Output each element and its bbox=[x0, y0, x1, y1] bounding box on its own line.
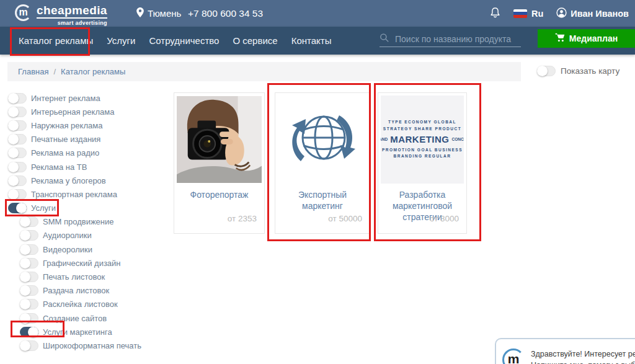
filter-label: Транспортная реклама bbox=[31, 190, 117, 199]
product-title: Фоторепортаж bbox=[177, 189, 262, 200]
filter-row: Расклейка листовок bbox=[20, 298, 141, 311]
filter-label: Печать листовок bbox=[43, 272, 105, 282]
city-selector[interactable]: Тюмень bbox=[136, 0, 181, 27]
show-map-control: Показать карту bbox=[537, 66, 619, 76]
filter-label: Печатные издания bbox=[31, 135, 100, 144]
chat-message: Здравствуйте! Интересует реклама Напишит… bbox=[531, 348, 635, 364]
cheapmedia-logo[interactable]: m cheapmedia smart advertising bbox=[15, 4, 107, 26]
filter-row: Интернет реклама bbox=[8, 91, 141, 105]
filter-label: Реклама на радио bbox=[31, 148, 99, 158]
filter-toggle[interactable] bbox=[20, 244, 38, 255]
filter-row: Раздача листовок bbox=[20, 284, 141, 298]
filter-label: Графический дизайн bbox=[43, 259, 121, 268]
filter-toggle[interactable] bbox=[8, 189, 27, 200]
filter-toggle[interactable] bbox=[20, 216, 38, 227]
nav-item-about[interactable]: О сервисе bbox=[233, 35, 277, 46]
category-filter-list: Интернет рекламаИнтерьерная рекламаНаруж… bbox=[8, 91, 141, 353]
filter-row: Широкоформатная печать bbox=[20, 339, 141, 352]
filter-toggle[interactable] bbox=[20, 258, 38, 269]
filter-label: Наружная реклама bbox=[31, 121, 102, 130]
filter-toggle[interactable] bbox=[8, 134, 27, 144]
filter-row: Транспортная реклама bbox=[8, 187, 141, 201]
filter-label: Создание сайтов bbox=[43, 314, 107, 323]
filter-row: Печатные издания bbox=[8, 133, 141, 146]
filter-label: SMM продвижение bbox=[43, 217, 114, 226]
phone-number[interactable]: +7 800 600 34 53 bbox=[188, 0, 263, 27]
product-card-marketing-strategy[interactable]: TYPE ECONOMY GLOBAL STRATEGY SHARE PRODU… bbox=[378, 92, 467, 234]
top-bar: m cheapmedia smart advertising Тюмень +7… bbox=[0, 0, 635, 27]
language-selector[interactable]: Ru bbox=[513, 9, 543, 19]
filter-toggle[interactable] bbox=[20, 340, 38, 351]
filter-label: Аудиоролики bbox=[43, 231, 92, 240]
nav-item-catalog[interactable]: Каталог рекламы bbox=[19, 35, 93, 46]
user-avatar-icon bbox=[556, 7, 567, 20]
product-search bbox=[380, 31, 521, 47]
russian-flag-icon bbox=[513, 9, 527, 18]
filter-row: Создание сайтов bbox=[20, 311, 141, 325]
filter-toggle[interactable] bbox=[8, 93, 27, 104]
globe-arrows-icon bbox=[278, 95, 367, 184]
filter-label: Услуги маркетинга bbox=[43, 327, 112, 337]
search-icon bbox=[380, 33, 389, 45]
nav-item-cooperation[interactable]: Сотрудничество bbox=[149, 35, 219, 46]
filter-toggle[interactable] bbox=[20, 313, 38, 324]
filter-toggle[interactable] bbox=[8, 175, 27, 186]
chat-widget[interactable]: m Здравствуйте! Интересует реклама Напиш… bbox=[495, 338, 635, 364]
product-card-photoreport[interactable]: Фоторепортаж от 2353 bbox=[174, 92, 265, 234]
filter-toggle[interactable] bbox=[20, 230, 38, 241]
product-price: от 2353 bbox=[228, 214, 257, 223]
city-name: Тюмень bbox=[148, 8, 181, 19]
filter-toggle[interactable] bbox=[8, 120, 27, 131]
filter-label: Интернет реклама bbox=[31, 94, 100, 103]
filter-toggle[interactable] bbox=[8, 203, 27, 213]
breadcrumb-home-link[interactable]: Главная bbox=[18, 67, 48, 76]
show-map-toggle[interactable] bbox=[537, 66, 556, 76]
filter-toggle[interactable] bbox=[8, 162, 27, 172]
photographer-photo bbox=[177, 95, 262, 184]
filter-label: Интерьерная реклама bbox=[31, 107, 114, 117]
filter-row: Интерьерная реклама bbox=[8, 105, 141, 118]
chat-logo-m-icon: m bbox=[502, 348, 525, 364]
logo-letter: m bbox=[17, 6, 30, 19]
filter-label: Услуги bbox=[31, 203, 56, 213]
breadcrumb: Главная / Каталог рекламы bbox=[7, 62, 521, 81]
filter-toggle[interactable] bbox=[20, 272, 38, 282]
user-name: Иван Иванов bbox=[571, 9, 629, 19]
filter-row: Аудиоролики bbox=[20, 229, 141, 242]
filter-toggle[interactable] bbox=[20, 299, 38, 309]
filter-row: SMM продвижение bbox=[20, 215, 141, 229]
filter-toggle[interactable] bbox=[8, 107, 27, 117]
product-price: от 50000 bbox=[328, 214, 362, 223]
location-pin-icon bbox=[136, 7, 144, 19]
nav-item-services[interactable]: Услуги bbox=[107, 35, 135, 46]
logo-m-icon: m bbox=[15, 4, 32, 21]
filter-row: Реклама у блогеров bbox=[8, 174, 141, 187]
notifications-bell-icon[interactable] bbox=[490, 6, 500, 21]
filter-label: Широкоформатная печать bbox=[43, 341, 141, 350]
nav-item-contacts[interactable]: Контакты bbox=[291, 35, 332, 46]
filter-toggle[interactable] bbox=[20, 285, 38, 296]
filter-row: Услуги маркетинга bbox=[20, 325, 141, 339]
user-account[interactable]: Иван Иванов bbox=[556, 7, 629, 20]
product-card-export-marketing[interactable]: Экспортный маркетинг от 50000 bbox=[275, 92, 370, 234]
main-menu: Каталог рекламы Услуги Сотрудничество О … bbox=[19, 27, 331, 55]
search-input[interactable] bbox=[394, 33, 521, 45]
language-code: Ru bbox=[531, 9, 543, 19]
mediaplan-button[interactable]: Медиаплан bbox=[538, 29, 635, 48]
product-price: от 3000 bbox=[430, 214, 459, 223]
filter-row: Реклама на ТВ bbox=[8, 160, 141, 174]
filter-row: Видеоролики bbox=[20, 242, 141, 256]
logo-tagline: smart advertising bbox=[37, 20, 107, 26]
filter-label: Реклама у блогеров bbox=[31, 176, 106, 185]
filter-row: Графический дизайн bbox=[20, 256, 141, 270]
filter-row: Наружная реклама bbox=[8, 118, 141, 132]
filter-toggle[interactable] bbox=[20, 327, 38, 337]
filter-label: Раздача листовок bbox=[43, 286, 109, 295]
filter-label: Расклейка листовок bbox=[43, 300, 118, 309]
breadcrumb-current[interactable]: Каталог рекламы bbox=[61, 67, 125, 76]
filter-toggle[interactable] bbox=[8, 148, 27, 158]
marketing-word-cloud: TYPE ECONOMY GLOBAL STRATEGY SHARE PRODU… bbox=[381, 95, 464, 184]
filter-row: Услуги bbox=[8, 202, 141, 215]
product-title: Экспортный маркетинг bbox=[278, 189, 367, 211]
filter-label: Реклама на ТВ bbox=[31, 162, 87, 172]
